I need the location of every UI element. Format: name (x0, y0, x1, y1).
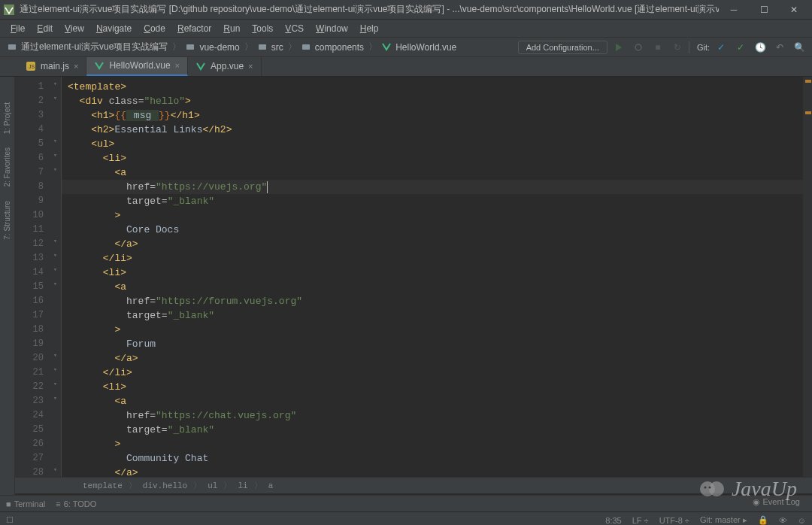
menu-navigate[interactable]: Navigate (90, 21, 138, 36)
encoding[interactable]: UTF-8 ÷ (659, 516, 689, 525)
fold-toggle[interactable]: ▾ (50, 348, 61, 363)
menu-help[interactable]: Help (354, 21, 385, 36)
code-line-16[interactable]: href="https://forum.vuejs.org" (62, 294, 803, 308)
element-crumb-1[interactable]: div.hello (143, 481, 187, 490)
stop-icon[interactable]: ■ (650, 39, 666, 56)
fold-toggle[interactable]: ▾ (50, 134, 61, 148)
run-icon[interactable] (611, 39, 627, 56)
code-line-17[interactable]: target="_blank" (62, 308, 803, 323)
code-line-27[interactable]: Community Chat (62, 451, 803, 466)
fold-toggle[interactable]: ▾ (50, 234, 61, 248)
menu-refactor[interactable]: Refactor (171, 21, 217, 36)
menu-window[interactable]: Window (310, 21, 354, 36)
breadcrumb-2[interactable]: src (256, 42, 285, 53)
code-line-2[interactable]: <div class="hello"> (62, 94, 803, 108)
fold-toggle[interactable]: ▾ (50, 463, 61, 477)
debug-icon[interactable] (630, 39, 647, 56)
menu-run[interactable]: Run (217, 21, 246, 36)
git-history-icon[interactable]: 🕓 (752, 39, 768, 56)
breadcrumb-1[interactable]: vue-demo (184, 42, 241, 53)
fold-toggle[interactable]: ▾ (50, 162, 61, 177)
lock-icon[interactable]: 🔒 (758, 515, 768, 525)
maximize-button[interactable]: ☐ (749, 2, 779, 18)
bottom-tool-terminal[interactable]: ■ Terminal (6, 499, 45, 508)
hector-icon[interactable]: ☺ (798, 516, 806, 525)
code-line-4[interactable]: <h2>Essential Links</h2> (62, 123, 803, 137)
editor[interactable]: 1234567891011121314151617181920212223242… (15, 77, 812, 495)
breadcrumb-4[interactable]: HelloWorld.vue (380, 42, 458, 53)
inspector-icon[interactable]: 👁 (779, 516, 787, 525)
fold-toggle[interactable]: ▾ (50, 377, 61, 391)
code-line-7[interactable]: <a (62, 165, 803, 180)
code-line-22[interactable]: <li> (62, 380, 803, 394)
code-line-13[interactable]: </li> (62, 251, 803, 266)
element-breadcrumb[interactable]: template〉div.hello〉ul〉li〉a (15, 477, 812, 493)
code-line-12[interactable]: </a> (62, 237, 803, 251)
minimize-button[interactable]: ─ (719, 2, 749, 18)
menu-tools[interactable]: Tools (246, 21, 279, 36)
code-line-25[interactable]: target="_blank" (62, 423, 803, 437)
fold-toggle[interactable]: ▾ (50, 248, 61, 262)
sidebar-tool-project[interactable]: 1: Project (2, 99, 13, 137)
tab-close-icon[interactable]: × (248, 62, 253, 71)
code-line-8[interactable]: href="https://vuejs.org" (62, 180, 803, 194)
element-crumb-3[interactable]: li (238, 481, 247, 490)
fold-toggle[interactable]: ▾ (50, 262, 61, 277)
status-icon[interactable]: ☐ (6, 515, 14, 525)
code-line-1[interactable]: <template> (62, 80, 803, 94)
menu-edit[interactable]: Edit (31, 21, 59, 36)
code-content[interactable]: <template> <div class="hello"> <h1>{{ ms… (62, 77, 803, 477)
code-line-18[interactable]: > (62, 323, 803, 337)
code-line-3[interactable]: <h1>{{ msg }}</h1> (62, 108, 803, 123)
breadcrumb-0[interactable]: 通过element-ui演示vue项目实战编写 (6, 41, 169, 53)
add-configuration-button[interactable]: Add Configuration... (518, 41, 607, 54)
element-crumb-0[interactable]: template (83, 481, 123, 490)
error-stripe[interactable] (803, 77, 812, 477)
fold-toggle[interactable]: ▾ (50, 77, 61, 91)
git-update-icon[interactable]: ✓ (713, 39, 729, 56)
menu-vcs[interactable]: VCS (279, 21, 310, 36)
cursor-position[interactable]: 8:35 (605, 516, 621, 525)
fold-toggle[interactable]: ▾ (50, 363, 61, 377)
code-line-21[interactable]: </li> (62, 366, 803, 380)
code-line-11[interactable]: Core Docs (62, 223, 803, 237)
sidebar-tool-favorites[interactable]: 2: Favorites (2, 144, 13, 190)
fold-toggle[interactable]: ▾ (50, 277, 61, 291)
code-line-23[interactable]: <a (62, 394, 803, 408)
bottom-tool-todo[interactable]: ≡ 6: TODO (56, 499, 96, 508)
code-line-15[interactable]: <a (62, 280, 803, 294)
rerun-icon[interactable]: ↻ (669, 39, 686, 56)
code-line-10[interactable]: > (62, 208, 803, 223)
element-crumb-2[interactable]: ul (208, 481, 217, 490)
code-line-14[interactable]: <li> (62, 266, 803, 280)
code-line-26[interactable]: > (62, 437, 803, 451)
close-button[interactable]: ✕ (779, 2, 809, 18)
tab-close-icon[interactable]: × (175, 61, 180, 70)
code-line-20[interactable]: </a> (62, 351, 803, 366)
git-commit-icon[interactable]: ✓ (732, 39, 749, 56)
code-line-19[interactable]: Forum (62, 337, 803, 351)
tab-HelloWorld-vue[interactable]: HelloWorld.vue× (86, 56, 188, 76)
code-line-24[interactable]: href="https://chat.vuejs.org" (62, 408, 803, 423)
code-line-5[interactable]: <ul> (62, 137, 803, 151)
menu-view[interactable]: View (59, 21, 90, 36)
git-revert-icon[interactable]: ↶ (771, 39, 788, 56)
event-log-button[interactable]: ◉ Event Log (753, 497, 800, 507)
fold-gutter[interactable]: ▾▾▾▾▾▾▾▾▾▾▾▾▾▾ (50, 77, 62, 477)
code-line-9[interactable]: target="_blank" (62, 194, 803, 208)
fold-toggle[interactable]: ▾ (50, 148, 61, 162)
code-line-28[interactable]: </a> (62, 466, 803, 477)
fold-toggle[interactable]: ▾ (50, 91, 61, 105)
sidebar-tool-structure[interactable]: 7: Structure (2, 198, 13, 243)
search-icon[interactable]: 🔍 (791, 39, 807, 56)
breadcrumb-3[interactable]: components (300, 42, 365, 53)
git-branch[interactable]: Git: master ▸ (700, 515, 747, 525)
code-line-6[interactable]: <li> (62, 151, 803, 165)
line-ending[interactable]: LF ÷ (632, 516, 649, 525)
menu-code[interactable]: Code (138, 21, 171, 36)
tab-App-vue[interactable]: App.vue× (188, 56, 261, 76)
fold-toggle[interactable]: ▾ (50, 391, 61, 405)
tab-close-icon[interactable]: × (74, 62, 78, 71)
element-crumb-4[interactable]: a (268, 481, 274, 490)
tab-main-js[interactable]: JSmain.js× (18, 56, 86, 76)
